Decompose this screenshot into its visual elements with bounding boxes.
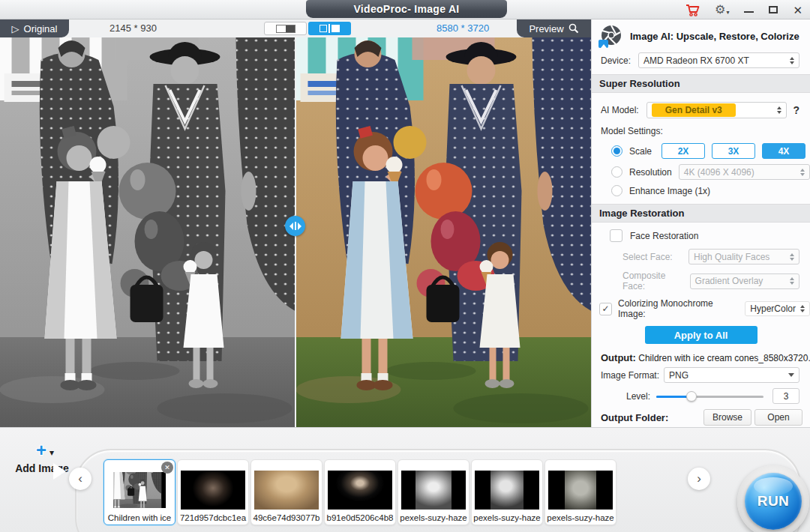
device-label: Device:	[601, 55, 631, 66]
scroll-right-button[interactable]: ›	[688, 468, 710, 490]
resolution-label: Resolution	[629, 167, 672, 178]
media-card[interactable]: pexels-suzy-haze	[398, 459, 470, 525]
media-dock: + ▾ Add Image ‹ ✕ Children with ice 721d…	[0, 427, 810, 532]
colorize-select[interactable]: HyperColor	[745, 301, 810, 316]
run-button[interactable]: RUN	[745, 473, 802, 530]
settings-panel: Image AI: Upscale, Restore, Colorize Dev…	[591, 19, 810, 427]
minimize-button[interactable]	[744, 11, 754, 13]
thumbnail-image	[113, 472, 166, 508]
media-card[interactable]: pexels-suzy-haze	[471, 459, 543, 525]
scroll-left-button[interactable]: ‹	[69, 468, 92, 490]
enhance-radio[interactable]	[611, 185, 622, 196]
resolution-value: 4K (4096 X 4096)	[684, 167, 754, 178]
chevron-right-icon: ›	[697, 472, 701, 485]
media-card-label: 721d957dcbc1ea	[179, 513, 247, 522]
play-outline-icon: ▷	[12, 23, 20, 34]
resolution-select[interactable]: 4K (4096 X 4096)	[679, 164, 810, 180]
level-label: Level:	[592, 391, 656, 402]
media-card[interactable]: 721d957dcbc1ea	[177, 459, 249, 525]
composite-face-value: Gradient Overlay	[695, 276, 764, 286]
composite-face-select[interactable]: Gradient Overlay	[690, 273, 800, 289]
media-card-label: Children with ice	[106, 513, 173, 522]
single-view-icon	[276, 25, 296, 33]
tab-original-label: Original	[24, 23, 58, 34]
dropdown-caret-icon	[788, 373, 794, 380]
gear-glyph: ⚙	[715, 4, 725, 16]
thumbnail-image	[254, 471, 319, 510]
view-mode-toggle	[264, 22, 351, 35]
media-card[interactable]: ✕ Children with ice	[104, 459, 176, 525]
compare-slider-handle[interactable]	[285, 216, 305, 236]
select-face-label: Select Face:	[622, 252, 673, 262]
thumbnail-image	[475, 471, 539, 510]
spinner-icon	[777, 104, 782, 116]
media-card-label: b91e0d5206c4b8	[326, 513, 394, 522]
titlebar: VideoProc- Image AI ⚙▾ ✕	[0, 0, 810, 19]
select-face-select[interactable]: High Quality Faces	[688, 249, 800, 265]
face-restoration-checkbox[interactable]	[610, 229, 622, 242]
composite-face-label: Composite Face:	[622, 270, 690, 291]
preview-header: ▷ Original 2145 * 930 8580 * 3720 Previe…	[0, 19, 591, 37]
output-folder-label: Output Folder:	[601, 412, 668, 423]
scale-2x-button[interactable]: 2X	[662, 143, 705, 159]
open-button[interactable]: Open	[754, 409, 802, 426]
face-restoration-label: Face Restoration	[630, 231, 698, 241]
media-card-label: pexels-suzy-haze	[400, 513, 467, 522]
media-card[interactable]: pexels-suzy-haze	[544, 459, 616, 525]
image-format-select[interactable]: PNG	[664, 367, 800, 383]
tab-original[interactable]: ▷ Original	[0, 19, 69, 37]
image-format-label: Image Format:	[601, 370, 659, 381]
close-button[interactable]: ✕	[793, 4, 802, 16]
apply-to-all-button[interactable]: Apply to All	[645, 326, 758, 344]
spinner-icon	[790, 251, 794, 263]
colorize-checkbox[interactable]: ✓	[599, 303, 612, 315]
original-dimensions: 2145 * 930	[110, 19, 157, 37]
ai-model-select[interactable]: Gen Detail v3	[646, 102, 788, 118]
thumbnail-image	[401, 471, 466, 510]
scale-4x-button[interactable]: 4X	[762, 143, 806, 159]
preview-column: ▷ Original 2145 * 930 8580 * 3720 Previe…	[0, 19, 591, 427]
media-card[interactable]: 49c6e74d93077b	[250, 459, 322, 525]
slider-right-arrow-icon	[298, 223, 305, 230]
level-value-box[interactable]: 3	[772, 388, 800, 404]
colorize-label: Colorizing Monochrome Image:	[618, 298, 733, 319]
split-view-button[interactable]	[308, 22, 351, 35]
preview-image[interactable]	[296, 37, 591, 427]
ai-model-value-badge: Gen Detail v3	[652, 103, 736, 117]
cart-icon[interactable]	[686, 4, 700, 16]
level-slider[interactable]	[656, 391, 764, 402]
scale-radio[interactable]	[611, 145, 622, 157]
scale-3x-button[interactable]: 3X	[712, 143, 755, 159]
resolution-radio[interactable]	[611, 166, 622, 178]
remove-file-icon[interactable]: ✕	[161, 462, 173, 474]
spinner-icon	[800, 166, 805, 178]
media-card[interactable]: b91e0d5206c4b8	[324, 459, 396, 525]
settings-gear-icon[interactable]: ⚙▾	[715, 4, 729, 16]
spinner-icon	[800, 303, 805, 315]
original-image[interactable]	[0, 37, 295, 427]
gear-caret-icon: ▾	[726, 10, 729, 16]
section-image-restoration: Image Restoration	[592, 204, 810, 223]
result-dimensions: 8580 * 3720	[436, 19, 489, 37]
maximize-button[interactable]	[769, 6, 778, 13]
slider-mid-line	[295, 222, 296, 230]
media-card-label: 49c6e74d93077b	[253, 513, 320, 522]
thumbnail-image	[181, 471, 245, 510]
app-title: VideoProc- Image AI	[306, 0, 507, 18]
add-image-button[interactable]: + ▾ Add Image	[14, 455, 70, 474]
section-super-resolution: Super Resolution	[592, 74, 810, 93]
magnifier-icon	[568, 23, 579, 34]
split-view-icon	[320, 24, 340, 33]
device-value: AMD Radeon RX 6700 XT	[644, 55, 749, 66]
single-view-button[interactable]	[264, 22, 307, 35]
slider-thumb[interactable]	[686, 391, 697, 402]
media-card-label: pexels-suzy-haze	[547, 513, 614, 522]
device-select[interactable]: AMD Radeon RX 6700 XT	[638, 52, 800, 68]
tab-preview[interactable]: Preview	[517, 19, 591, 37]
browse-button[interactable]: Browse	[704, 409, 752, 426]
tab-preview-label: Preview	[529, 23, 563, 34]
image-format-value: PNG	[669, 370, 688, 381]
image-badge-icon	[598, 40, 608, 48]
output-filename: Children with ice cream cones_8580x3720.…	[638, 353, 810, 363]
help-icon[interactable]: ?	[793, 104, 800, 116]
